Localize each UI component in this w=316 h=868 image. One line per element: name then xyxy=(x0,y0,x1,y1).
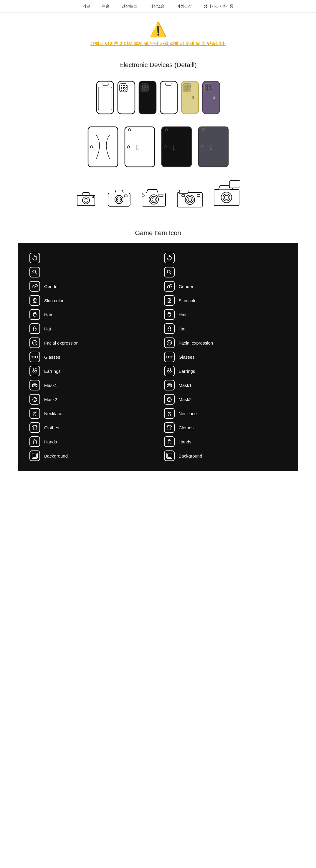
hat-icon-right xyxy=(164,323,175,334)
tab-depression[interactable]: 우울 xyxy=(102,3,110,9)
phone-outline-front xyxy=(96,81,114,115)
tab-womens-health[interactable]: 여성건강 xyxy=(176,3,192,9)
earrings-icon-left xyxy=(29,366,40,376)
skincolor-label-right: Skin color xyxy=(179,298,198,303)
svg-point-110 xyxy=(168,328,171,331)
svg-text:ø: ø xyxy=(192,95,194,100)
svg-point-27 xyxy=(209,85,212,88)
ipad-black-back:  xyxy=(161,126,192,167)
facial-label-left: Facial expression xyxy=(44,340,79,345)
hat-label-left: Hat xyxy=(44,326,51,331)
svg-point-42 xyxy=(201,146,203,148)
search-icon-right[interactable] xyxy=(164,267,175,277)
gender-label-right: Gender xyxy=(179,284,194,289)
game-clothes-right: Clothes xyxy=(164,421,287,434)
svg-point-83 xyxy=(35,342,36,342)
clothes-label-left: Clothes xyxy=(44,425,59,430)
cameras-row xyxy=(0,173,316,215)
hat-icon-left xyxy=(29,323,40,334)
game-gender-right: Gender xyxy=(164,280,287,293)
svg-rect-16 xyxy=(166,83,172,85)
svg-point-63 xyxy=(188,198,192,202)
svg-point-81 xyxy=(32,340,37,345)
svg-rect-65 xyxy=(197,194,200,196)
skincolor-label-left: Skin color xyxy=(44,298,64,303)
camera-rangefinder xyxy=(176,187,204,209)
svg-rect-58 xyxy=(142,195,144,196)
svg-rect-114 xyxy=(167,356,169,358)
svg-rect-64 xyxy=(182,194,185,196)
game-background-right: Background xyxy=(164,449,287,462)
svg-line-117 xyxy=(166,356,167,357)
svg-point-126 xyxy=(167,398,171,402)
game-skincolor-left: Skin color xyxy=(29,294,152,307)
svg-text::  xyxy=(210,143,212,151)
svg-point-77 xyxy=(33,298,36,301)
tab-normal[interactable]: 이상없음 xyxy=(149,3,165,9)
svg-point-28 xyxy=(206,88,209,91)
tab-basic[interactable]: 기본 xyxy=(83,3,90,9)
svg-rect-84 xyxy=(32,356,34,358)
game-mask2-right: Mask2 xyxy=(164,393,287,406)
svg-point-34 xyxy=(127,146,130,148)
tablets-row:    xyxy=(0,120,316,173)
phone-black-back xyxy=(138,81,157,115)
svg-point-127 xyxy=(168,398,169,399)
svg-text::  xyxy=(136,143,139,151)
glasses-icon-left xyxy=(29,351,40,362)
svg-line-87 xyxy=(31,356,32,357)
mask2-label-left: Mask2 xyxy=(44,397,57,402)
svg-point-20 xyxy=(188,85,191,88)
tab-anxiety[interactable]: 긴장/불안 xyxy=(121,3,138,9)
game-refresh-left xyxy=(29,252,152,265)
game-hat-right: Hat xyxy=(164,322,287,335)
svg-rect-131 xyxy=(168,454,171,458)
game-col-right: Gender Skin color xyxy=(164,252,287,462)
background-label-right: Background xyxy=(179,454,202,458)
necklace-label-left: Necklace xyxy=(44,411,62,416)
search-icon-left[interactable] xyxy=(29,267,40,277)
svg-point-35 xyxy=(128,129,131,131)
svg-line-103 xyxy=(170,273,171,274)
svg-point-105 xyxy=(170,284,172,287)
refresh-icon-left[interactable] xyxy=(29,253,40,264)
svg-text:ø: ø xyxy=(212,95,215,100)
game-hands-left: Hands xyxy=(29,435,152,448)
svg-point-72 xyxy=(33,270,36,273)
game-gender-left: Gender xyxy=(29,280,152,293)
tab-period[interactable]: 생리기간 / 생리통 xyxy=(203,3,233,9)
svg-point-107 xyxy=(168,298,171,301)
phone-outline-back-1 xyxy=(117,81,136,115)
warning-text: 개발된 아이콘 이미지 복제 및 무단 사용 적발 시 문제 될 수 있습니다. xyxy=(6,41,310,46)
ipad-dark-back:  xyxy=(198,126,229,167)
game-search-right xyxy=(164,266,287,279)
game-earrings-right: Earrings xyxy=(164,365,287,377)
svg-text::  xyxy=(173,143,175,151)
svg-point-79 xyxy=(33,313,36,316)
svg-point-22 xyxy=(188,89,190,90)
game-columns: Gender Skin color xyxy=(29,252,287,462)
earrings-icon-right xyxy=(164,366,175,376)
svg-rect-115 xyxy=(170,356,172,358)
svg-point-112 xyxy=(168,342,169,342)
mask2-icon-left xyxy=(29,394,40,405)
svg-rect-15 xyxy=(160,81,177,114)
svg-point-11 xyxy=(142,85,145,88)
svg-point-19 xyxy=(185,85,188,88)
svg-rect-60 xyxy=(179,190,188,194)
svg-point-122 xyxy=(170,370,171,372)
svg-point-96 xyxy=(33,398,37,402)
background-label-left: Background xyxy=(44,454,68,458)
svg-point-102 xyxy=(167,270,170,273)
mask2-label-right: Mask2 xyxy=(179,397,192,402)
game-facial-left: Facial expression xyxy=(29,336,152,349)
clothes-label-right: Clothes xyxy=(179,425,194,430)
background-icon-left xyxy=(29,451,40,461)
svg-point-74 xyxy=(33,286,35,288)
refresh-icon-right[interactable] xyxy=(164,253,175,264)
game-skincolor-right: Skin color xyxy=(164,294,287,307)
hair-icon-right xyxy=(164,309,175,320)
hands-label-left: Hands xyxy=(44,439,57,444)
svg-point-128 xyxy=(170,398,171,399)
skincolor-icon-left xyxy=(29,295,40,306)
